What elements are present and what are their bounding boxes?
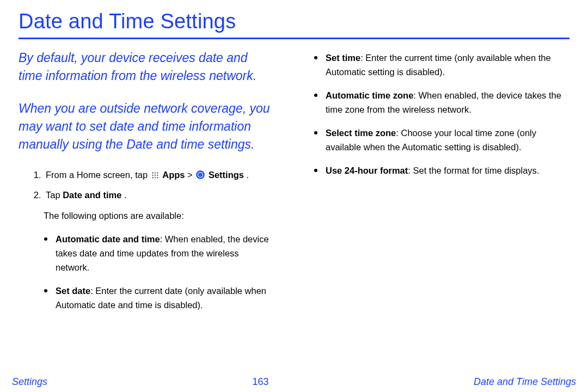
page-title: Date and Time Settings [19, 10, 569, 38]
bullet-title: Set time [326, 53, 360, 63]
bullet-title: Select time zone [326, 128, 396, 138]
step-2-suffix: . [124, 190, 127, 200]
bullet-title: Set date [56, 286, 90, 296]
bullet-24-hour-format: Use 24-hour format: Set the format for t… [324, 162, 569, 178]
step-1: From a Home screen, tap Apps > Settings … [44, 168, 274, 182]
intro-paragraph-2: When you are outside network coverage, y… [19, 100, 274, 154]
step-1-sep: > [187, 170, 195, 180]
step-1-suffix: . [247, 170, 249, 180]
title-rule [19, 38, 569, 39]
footer-section: Settings [12, 376, 47, 388]
step-1-settings: Settings [209, 170, 244, 180]
bullet-title: Automatic time zone [326, 90, 413, 100]
bullet-automatic-time-zone: Automatic time zone: When enabled, the d… [324, 87, 569, 117]
options-intro: The following options are available: [44, 209, 274, 223]
apps-grid-icon [151, 171, 159, 179]
bullet-title: Use 24-hour format [326, 166, 408, 175]
document-page: Date and Time Settings By default, your … [0, 0, 588, 392]
left-column: By default, your device receives date an… [19, 49, 274, 320]
bullet-title: Automatic date and time [56, 234, 160, 244]
bullet-set-date: Set date: Enter the current date (only a… [54, 282, 274, 312]
left-bullets: Automatic date and time: When enabled, t… [44, 230, 274, 312]
bullet-automatic-date-time: Automatic date and time: When enabled, t… [54, 230, 274, 274]
page-footer: Settings 163 Date and Time Settings [0, 376, 588, 392]
steps-list: From a Home screen, tap Apps > Settings … [19, 168, 274, 203]
settings-gear-icon [196, 170, 205, 179]
step-2-prefix: Tap [46, 190, 63, 200]
step-1-prefix: From a Home screen, tap [46, 170, 150, 180]
step-1-apps: Apps [162, 170, 185, 180]
bullet-desc: : Set the format for time displays. [408, 166, 539, 175]
intro-paragraph-1: By default, your device receives date an… [19, 49, 274, 85]
right-bullets: Set time: Enter the current time (only a… [314, 49, 569, 178]
footer-page-number: 163 [253, 376, 269, 388]
content-columns: By default, your device receives date an… [19, 49, 569, 320]
bullet-set-time: Set time: Enter the current time (only a… [324, 49, 569, 79]
footer-topic: Date and Time Settings [474, 376, 576, 388]
step-2: Tap Date and time . [44, 188, 274, 203]
step-2-bold: Date and time [63, 190, 121, 200]
bullet-select-time-zone: Select time zone: Choose your local time… [324, 124, 569, 154]
right-column: Set time: Enter the current time (only a… [314, 49, 569, 320]
